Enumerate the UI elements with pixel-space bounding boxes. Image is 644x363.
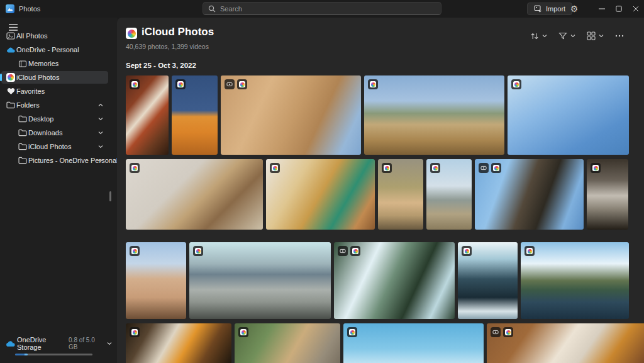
titlebar: Photos Import ⚙: [0, 0, 644, 18]
photo-row: [126, 75, 644, 155]
search-icon: [208, 5, 216, 13]
sidebar-item-label: Folders: [16, 101, 40, 109]
icloud-badge-icon: [511, 79, 521, 89]
sidebar-item-all-photos[interactable]: All Photos: [1, 30, 108, 42]
photo-thumbnail-noodle-bowl-egg[interactable]: [126, 323, 231, 363]
photo-thumbnail-puppy-sidewalk[interactable]: [378, 159, 423, 230]
photo-thumbnail-desert-boulders-hiker[interactable]: [221, 75, 361, 155]
thumbnail-status-badges: [130, 246, 140, 256]
library-counts: 40,639 photos, 1,399 videos: [126, 43, 209, 50]
photo-thumbnail-city-mountains[interactable]: [189, 242, 331, 319]
photo-thumbnail-desert-walk[interactable]: [126, 242, 186, 319]
icloud-badge-icon: [591, 163, 601, 173]
close-button[interactable]: [627, 0, 644, 18]
sidebar-item-label: iCloud Photos: [28, 143, 72, 150]
storage-progress-bar: [15, 354, 92, 355]
photo-thumbnail-joshua-tree-desert[interactable]: [364, 75, 504, 155]
photo-thumbnail-lake-hillside[interactable]: [521, 242, 629, 319]
photo-row: [126, 242, 644, 319]
photo-row: [126, 323, 644, 363]
thumbnail-status-badges: [462, 246, 472, 256]
sidebar-item-memories[interactable]: Memories: [1, 57, 108, 70]
sidebar-item-icloud-photos-folder[interactable]: iCloud Photos: [1, 140, 108, 153]
storage-label: OneDrive Storage: [17, 336, 69, 351]
sort-button[interactable]: [529, 31, 548, 42]
sidebar: All Photos OneDrive - Personal Memories …: [0, 18, 117, 363]
chevron-down-icon: [98, 117, 103, 121]
sidebar-item-label: Memories: [28, 60, 58, 67]
folder-icon: [18, 114, 27, 123]
page-title: iCloud Photos: [142, 26, 214, 38]
maximize-button[interactable]: [610, 0, 627, 18]
view-options-button[interactable]: [586, 30, 605, 42]
chevron-down-icon: [98, 159, 103, 162]
thumbnail-status-badges: [130, 163, 140, 173]
photo-thumbnail-sunset-poster[interactable]: [172, 75, 218, 155]
thumbnail-status-badges: [591, 163, 601, 173]
folder-icon: [18, 156, 27, 165]
thumbnail-status-badges: [225, 79, 247, 89]
photo-thumbnail-stew-dish[interactable]: [126, 75, 169, 155]
photo-thumbnail-eiffel-tower[interactable]: [475, 159, 584, 230]
photo-thumbnail-shoreline-waves[interactable]: [458, 242, 518, 319]
date-group-header[interactable]: Sept 25 - Oct 3, 2022: [126, 62, 196, 69]
photo-thumbnail-carnival-swing-sky[interactable]: [508, 75, 629, 155]
chevron-down-icon: [542, 34, 547, 38]
storage-usage: 0.8 of 5.0 GB: [69, 337, 103, 350]
search-input[interactable]: [220, 5, 436, 13]
photo-thumbnail-forest-sunrays[interactable]: [334, 242, 455, 319]
view-options-icon: [587, 31, 596, 40]
minimize-button[interactable]: [593, 0, 610, 18]
icloud-badge-icon: [430, 163, 440, 173]
sidebar-item-onedrive-personal[interactable]: OneDrive - Personal: [1, 43, 108, 56]
search-box[interactable]: [203, 2, 441, 15]
import-icon: [534, 5, 542, 13]
photo-thumbnail-pear-toast-latte[interactable]: [266, 159, 375, 230]
icloud-badge-icon: [237, 79, 247, 89]
photo-thumbnail-dog-on-chair[interactable]: [126, 159, 263, 230]
thumbnail-status-badges: [430, 163, 440, 173]
import-label: Import: [546, 5, 565, 13]
sidebar-item-icloud-photos[interactable]: iCloud Photos: [1, 71, 108, 84]
photo-thumbnail-grilled-dinner-plate[interactable]: [487, 323, 644, 363]
photo-thumbnail-cloudscape[interactable]: [343, 323, 484, 363]
sidebar-item-favorites[interactable]: Favorites: [1, 85, 108, 98]
heart-icon: [6, 87, 15, 96]
icloud-badge-icon: [382, 163, 392, 173]
all-photos-icon: [6, 31, 15, 40]
icloud-badge-icon: [491, 163, 501, 173]
icloud-badge-icon: [525, 246, 535, 256]
window-controls: [593, 0, 644, 18]
video-badge-icon: [338, 246, 348, 256]
folder-icon: [18, 142, 27, 151]
thumbnail-status-badges: [338, 246, 360, 256]
thumbnail-status-badges: [238, 327, 248, 337]
video-badge-icon: [479, 163, 489, 173]
photo-thumbnail-louvre-pyramid[interactable]: [587, 159, 628, 230]
photo-thumbnail-bikes-lakeside[interactable]: [426, 159, 472, 230]
chevron-up-icon: [98, 103, 103, 107]
sidebar-item-pictures-onedrive[interactable]: Pictures - OneDrive Personal: [1, 154, 108, 167]
icloud-badge-icon: [130, 327, 140, 337]
sidebar-item-label: iCloud Photos: [16, 74, 60, 81]
sidebar-item-folders[interactable]: Folders: [1, 99, 108, 111]
sidebar-resize-handle[interactable]: [109, 191, 111, 201]
settings-gear-icon[interactable]: ⚙: [566, 1, 582, 16]
thumbnail-status-badges: [347, 327, 357, 337]
icloud-badge-icon: [238, 327, 248, 337]
photo-row: [126, 159, 644, 230]
sidebar-item-desktop[interactable]: Desktop: [1, 113, 108, 125]
thumbnail-status-badges: [270, 163, 280, 173]
chevron-down-icon: [107, 342, 112, 345]
sidebar-nav: All Photos OneDrive - Personal Memories …: [0, 30, 117, 168]
filter-button[interactable]: [557, 31, 577, 41]
icloud-badge-icon: [130, 246, 140, 256]
see-more-button[interactable]: [614, 33, 625, 38]
memories-icon: [18, 59, 27, 68]
storage-progress-fill: [15, 354, 28, 355]
sidebar-item-downloads[interactable]: Downloads: [1, 126, 108, 139]
thumbnail-status-badges: [130, 327, 140, 337]
photo-thumbnail-dog-by-river[interactable]: [235, 323, 340, 363]
onedrive-storage-panel[interactable]: OneDrive Storage 0.8 of 5.0 GB: [0, 338, 117, 355]
onedrive-cloud-icon: [6, 45, 15, 54]
